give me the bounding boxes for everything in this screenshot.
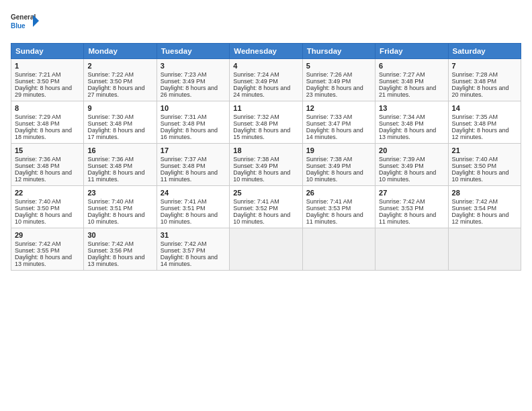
daylight: Daylight: 8 hours and 13 minutes. [15,254,72,267]
calendar-week-row: 1 Sunrise: 7:21 AM Sunset: 3:50 PM Dayli… [11,59,521,101]
day-number: 17 [161,146,226,154]
daylight: Daylight: 8 hours and 23 minutes. [306,85,363,98]
sunrise: Sunrise: 7:41 AM [233,198,279,205]
sunset: Sunset: 3:48 PM [15,163,60,169]
day-number: 8 [15,104,80,112]
sunrise: Sunrise: 7:24 AM [233,71,279,78]
day-number: 15 [15,146,80,154]
table-row: 18 Sunrise: 7:38 AM Sunset: 3:49 PM Dayl… [230,144,302,186]
sunrise: Sunrise: 7:26 AM [306,71,353,78]
sunset: Sunset: 3:52 PM [233,205,278,212]
sunrise: Sunrise: 7:41 AM [306,198,353,205]
table-row: 26 Sunrise: 7:41 AM Sunset: 3:53 PM Dayl… [302,186,375,228]
logo: General Blue [11,11,39,36]
table-row: 21 Sunrise: 7:40 AM Sunset: 3:50 PM Dayl… [448,144,521,186]
table-row: 12 Sunrise: 7:33 AM Sunset: 3:47 PM Dayl… [302,101,375,144]
table-row: 20 Sunrise: 7:39 AM Sunset: 3:49 PM Dayl… [375,144,448,186]
sunrise: Sunrise: 7:33 AM [306,113,353,120]
sunset: Sunset: 3:51 PM [161,205,206,212]
sunrise: Sunrise: 7:42 AM [15,240,61,247]
sunset: Sunset: 3:54 PM [452,205,497,212]
day-number: 9 [87,104,152,112]
sunrise: Sunrise: 7:37 AM [161,156,207,163]
daylight: Daylight: 8 hours and 10 minutes. [161,212,218,225]
sunrise: Sunrise: 7:23 AM [161,71,207,78]
table-row: 5 Sunrise: 7:26 AM Sunset: 3:49 PM Dayli… [302,59,375,101]
sunset: Sunset: 3:55 PM [15,247,60,254]
sunset: Sunset: 3:47 PM [306,120,351,127]
sunset: Sunset: 3:48 PM [379,120,424,127]
sunrise: Sunrise: 7:42 AM [87,240,134,247]
table-row: 3 Sunrise: 7:23 AM Sunset: 3:49 PM Dayli… [157,59,229,101]
sunrise: Sunrise: 7:36 AM [87,156,134,163]
table-row: 9 Sunrise: 7:30 AM Sunset: 3:48 PM Dayli… [84,101,157,144]
day-number: 26 [306,189,371,197]
daylight: Daylight: 8 hours and 10 minutes. [87,212,144,225]
sunset: Sunset: 3:48 PM [15,120,60,127]
sunrise: Sunrise: 7:42 AM [379,198,425,205]
table-row: 6 Sunrise: 7:27 AM Sunset: 3:48 PM Dayli… [375,59,448,101]
sunset: Sunset: 3:49 PM [233,78,278,85]
calendar: SundayMondayTuesdayWednesdayThursdayFrid… [11,43,521,271]
daylight: Daylight: 8 hours and 11 minutes. [161,169,218,183]
table-row: 22 Sunrise: 7:40 AM Sunset: 3:50 PM Dayl… [11,186,84,228]
daylight: Daylight: 8 hours and 10 minutes. [233,169,290,183]
sunset: Sunset: 3:50 PM [452,163,497,169]
sunrise: Sunrise: 7:35 AM [452,113,498,120]
day-number: 1 [15,62,80,70]
calendar-week-row: 8 Sunrise: 7:29 AM Sunset: 3:48 PM Dayli… [11,101,521,144]
calendar-week-row: 15 Sunrise: 7:36 AM Sunset: 3:48 PM Dayl… [11,144,521,186]
sunrise: Sunrise: 7:38 AM [233,156,279,163]
day-number: 3 [161,62,226,70]
daylight: Daylight: 8 hours and 20 minutes. [452,85,509,98]
table-row: 4 Sunrise: 7:24 AM Sunset: 3:49 PM Dayli… [230,59,302,101]
sunrise: Sunrise: 7:34 AM [379,113,425,120]
day-number: 19 [306,146,371,154]
daylight: Daylight: 8 hours and 11 minutes. [306,212,363,225]
day-number: 12 [306,104,371,112]
day-number: 11 [233,104,298,112]
sunrise: Sunrise: 7:30 AM [87,113,134,120]
daylight: Daylight: 8 hours and 14 minutes. [306,127,363,140]
table-row: 30 Sunrise: 7:42 AM Sunset: 3:56 PM Dayl… [84,228,157,271]
sunset: Sunset: 3:57 PM [161,247,206,254]
sunrise: Sunrise: 7:21 AM [15,71,61,78]
sunset: Sunset: 3:48 PM [233,120,278,127]
sunset: Sunset: 3:49 PM [306,78,351,85]
day-number: 21 [452,146,517,154]
daylight: Daylight: 8 hours and 10 minutes. [452,169,509,183]
day-number: 28 [452,189,517,197]
sunset: Sunset: 3:48 PM [161,120,206,127]
sunrise: Sunrise: 7:29 AM [15,113,61,120]
day-number: 22 [15,189,80,197]
table-row: 16 Sunrise: 7:36 AM Sunset: 3:48 PM Dayl… [84,144,157,186]
sunset: Sunset: 3:50 PM [15,205,60,212]
sunset: Sunset: 3:56 PM [87,247,132,254]
sunrise: Sunrise: 7:40 AM [452,156,498,163]
sunrise: Sunrise: 7:42 AM [161,240,207,247]
day-number: 4 [233,62,298,70]
day-number: 18 [233,146,298,154]
daylight: Daylight: 8 hours and 12 minutes. [452,127,509,140]
day-header-friday: Friday [375,44,448,59]
day-number: 16 [87,146,152,154]
calendar-week-row: 22 Sunrise: 7:40 AM Sunset: 3:50 PM Dayl… [11,186,521,228]
day-number: 24 [161,189,226,197]
daylight: Daylight: 8 hours and 17 minutes. [87,127,144,140]
table-row: 27 Sunrise: 7:42 AM Sunset: 3:53 PM Dayl… [375,186,448,228]
calendar-week-row: 29 Sunrise: 7:42 AM Sunset: 3:55 PM Dayl… [11,228,521,271]
daylight: Daylight: 8 hours and 12 minutes. [15,169,72,183]
daylight: Daylight: 8 hours and 11 minutes. [379,212,436,225]
sunrise: Sunrise: 7:27 AM [379,71,425,78]
daylight: Daylight: 8 hours and 18 minutes. [15,127,72,140]
sunset: Sunset: 3:48 PM [87,163,132,169]
sunrise: Sunrise: 7:22 AM [87,71,134,78]
day-number: 31 [161,231,226,239]
daylight: Daylight: 8 hours and 15 minutes. [233,127,290,140]
svg-marker-2 [33,15,39,27]
daylight: Daylight: 8 hours and 26 minutes. [161,85,218,98]
day-number: 5 [306,62,371,70]
table-row: 28 Sunrise: 7:42 AM Sunset: 3:54 PM Dayl… [448,186,521,228]
sunset: Sunset: 3:49 PM [379,163,424,169]
daylight: Daylight: 8 hours and 10 minutes. [15,212,72,225]
